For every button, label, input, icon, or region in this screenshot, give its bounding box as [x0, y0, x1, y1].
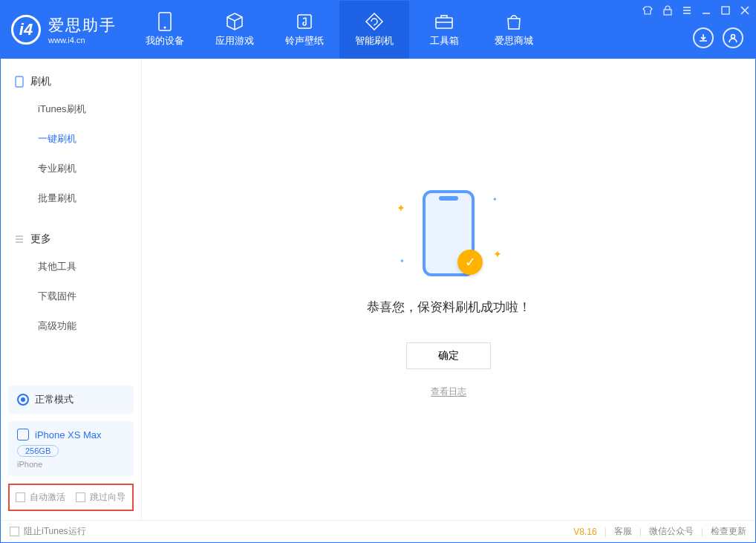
footer-link-wechat[interactable]: 微信公众号	[649, 525, 694, 538]
sidebar-section-flash: 刷机 iTunes刷机 一键刷机 专业刷机 批量刷机	[1, 59, 141, 216]
nav-label: 铃声壁纸	[285, 34, 324, 48]
sidebar-item-advanced[interactable]: 高级功能	[1, 311, 141, 341]
app-title: 爱思助手	[48, 15, 117, 36]
flash-options: 自动激活 跳过向导	[8, 484, 134, 511]
checkbox-label: 跳过向导	[90, 491, 126, 504]
checkbox-label: 自动激活	[30, 491, 65, 504]
nav-apps-games[interactable]: 应用游戏	[200, 1, 270, 59]
titlebar: i4 爱思助手 www.i4.cn 我的设备 应用游戏 铃声壁纸 智能刷机	[1, 1, 755, 59]
svg-rect-4	[664, 10, 671, 15]
checkbox-label: 阻止iTunes运行	[24, 525, 86, 538]
sidebar-item-pro-flash[interactable]: 专业刷机	[1, 154, 141, 183]
sidebar-list-flash: iTunes刷机 一键刷机 专业刷机 批量刷机	[1, 94, 141, 213]
footer-right: V8.16 | 客服 | 微信公众号 | 检查更新	[573, 525, 746, 538]
device-type: iPhone	[17, 460, 125, 469]
mode-icon	[17, 394, 29, 406]
footer-link-support[interactable]: 客服	[614, 525, 632, 538]
cube-icon	[225, 12, 244, 31]
app-window: i4 爱思助手 www.i4.cn 我的设备 应用游戏 铃声壁纸 智能刷机	[0, 0, 756, 543]
logo-text: 爱思助手 www.i4.cn	[48, 15, 117, 45]
footer-link-update[interactable]: 检查更新	[711, 525, 746, 538]
sidebar-item-oneclick-flash[interactable]: 一键刷机	[1, 124, 141, 154]
nav-smart-flash[interactable]: 智能刷机	[339, 1, 409, 59]
minimize-icon[interactable]	[702, 6, 711, 15]
phone-outline-icon	[17, 429, 29, 440]
view-log-link[interactable]: 查看日志	[431, 386, 466, 398]
maximize-icon[interactable]	[721, 6, 730, 15]
nav-label: 爱思商城	[495, 34, 533, 48]
nav-toolbox[interactable]: 工具箱	[409, 1, 479, 59]
music-icon	[295, 12, 314, 31]
device-name: iPhone XS Max	[35, 429, 102, 440]
user-button[interactable]	[723, 27, 743, 48]
bag-icon	[504, 12, 524, 31]
main-content: ✦ ✦ ✦ ✦ ✓ 恭喜您，保资料刷机成功啦！ 确定 查看日志	[142, 59, 755, 520]
phone-icon	[14, 77, 25, 87]
checkbox-skip-wizard[interactable]: 跳过向导	[76, 491, 126, 504]
success-message: 恭喜您，保资料刷机成功啦！	[367, 299, 531, 316]
checkbox-auto-activate[interactable]: 自动激活	[16, 491, 65, 504]
sidebar-head-flash: 刷机	[1, 69, 141, 94]
nav-label: 我的设备	[146, 34, 184, 48]
device-capacity: 256GB	[17, 445, 59, 457]
sidebar-item-batch-flash[interactable]: 批量刷机	[1, 183, 141, 213]
footer: 阻止iTunes运行 V8.16 | 客服 | 微信公众号 | 检查更新	[1, 520, 755, 542]
skin-icon[interactable]	[642, 5, 653, 16]
device-mode[interactable]: 正常模式	[8, 386, 134, 414]
nav-ringtones[interactable]: 铃声壁纸	[270, 1, 339, 59]
svg-rect-7	[16, 77, 23, 87]
sidebar-head-more: 更多	[1, 227, 141, 252]
sparkle-icon: ✦	[493, 248, 502, 260]
device-name-row: iPhone XS Max	[17, 429, 125, 440]
logo-icon: i4	[11, 15, 41, 45]
logo-area[interactable]: i4 爱思助手 www.i4.cn	[1, 1, 130, 59]
sidebar-section-more: 更多 其他工具 下载固件 高级功能	[1, 216, 141, 344]
refresh-icon	[365, 12, 384, 31]
checkbox-icon	[10, 527, 19, 536]
checkbox-icon	[76, 492, 85, 502]
sidebar-head-label: 刷机	[30, 75, 51, 88]
checkbox-icon	[16, 492, 25, 502]
nav-label: 应用游戏	[215, 34, 254, 48]
success-illustration: ✦ ✦ ✦ ✦ ✓	[382, 181, 515, 285]
header-round-buttons	[693, 27, 743, 48]
checkbox-block-itunes[interactable]: 阻止iTunes运行	[10, 525, 86, 538]
sparkle-icon: ✦	[492, 196, 498, 203]
svg-rect-2	[298, 15, 311, 28]
sidebar-item-other-tools[interactable]: 其他工具	[1, 252, 141, 282]
device-icon	[155, 12, 175, 31]
sparkle-icon: ✦	[397, 202, 405, 214]
svg-point-1	[164, 27, 166, 29]
close-icon[interactable]	[740, 6, 749, 15]
body: 刷机 iTunes刷机 一键刷机 专业刷机 批量刷机 更多 其他工具 下载固件	[1, 59, 755, 520]
sidebar-head-label: 更多	[30, 233, 51, 246]
sidebar-item-download-firmware[interactable]: 下载固件	[1, 282, 141, 311]
ok-button[interactable]: 确定	[406, 342, 491, 369]
version-label: V8.16	[573, 527, 596, 537]
sidebar-list-more: 其他工具 下载固件 高级功能	[1, 252, 141, 341]
svg-rect-5	[722, 7, 729, 14]
window-controls	[642, 5, 749, 16]
svg-rect-3	[436, 18, 452, 28]
app-subtitle: www.i4.cn	[48, 36, 117, 45]
device-card[interactable]: iPhone XS Max 256GB iPhone	[8, 421, 134, 476]
toolbox-icon	[434, 12, 454, 31]
sidebar-item-itunes-flash[interactable]: iTunes刷机	[1, 94, 141, 124]
nav-label: 工具箱	[430, 34, 459, 48]
top-nav: 我的设备 应用游戏 铃声壁纸 智能刷机 工具箱 爱思商城	[130, 1, 549, 59]
sparkle-icon: ✦	[400, 258, 405, 264]
sidebar: 刷机 iTunes刷机 一键刷机 专业刷机 批量刷机 更多 其他工具 下载固件	[1, 59, 142, 520]
svg-point-6	[731, 35, 735, 39]
menu-icon[interactable]	[682, 6, 691, 15]
nav-label: 智能刷机	[355, 34, 394, 48]
mode-label: 正常模式	[35, 393, 74, 406]
lock-icon[interactable]	[663, 5, 672, 16]
nav-my-device[interactable]: 我的设备	[130, 1, 200, 59]
list-icon	[14, 234, 25, 244]
download-button[interactable]	[693, 27, 714, 48]
nav-store[interactable]: 爱思商城	[479, 1, 549, 59]
check-badge-icon: ✓	[457, 250, 483, 275]
